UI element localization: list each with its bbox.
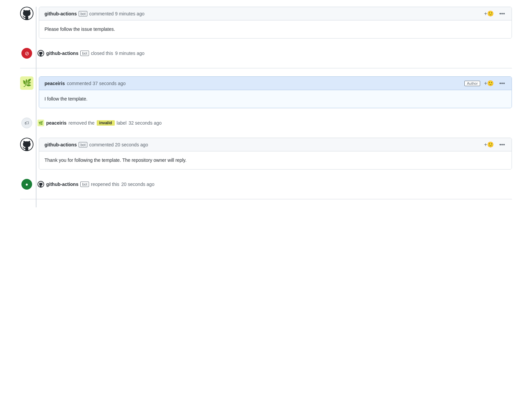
comment-username-1: github-actions — [45, 11, 77, 16]
event-label-removed: 🏷 🌿 peaceiris removed the invalid label … — [20, 116, 512, 130]
more-button-2[interactable]: ••• — [498, 80, 506, 87]
comment-username-3: github-actions — [45, 142, 77, 147]
label-invalid-badge: invalid — [97, 120, 115, 126]
event-text-pre-label: removed the — [69, 120, 95, 126]
comment-header-right-1: + 🙂 ••• — [483, 10, 506, 17]
author-badge: Author — [464, 81, 480, 86]
comment-header-2: peaceiris commented 37 seconds ago Autho… — [39, 77, 512, 90]
event-text-closed: github-actions bot closed this 9 minutes… — [37, 50, 145, 57]
plus-icon-2: + — [484, 80, 487, 86]
comment-body-1: Please follow the issue templates. — [39, 20, 512, 38]
divider-bottom — [20, 199, 512, 199]
event-time-closed: 9 minutes ago — [115, 51, 145, 56]
comment-box-2: peaceiris commented 37 seconds ago Autho… — [39, 76, 512, 108]
comment-block-1: github-actions bot commented 9 minutes a… — [20, 7, 512, 39]
closed-icon: ⊘ — [21, 48, 32, 59]
comment-block-2: 🌿 peaceiris commented 37 seconds ago Aut… — [20, 76, 512, 108]
event-icon-wrap-closed: ⊘ — [20, 47, 33, 60]
event-action-closed: closed this — [91, 51, 113, 56]
event-text-label: 🌿 peaceiris removed the invalid label 32… — [37, 120, 162, 126]
event-bot-badge-closed: bot — [80, 51, 89, 56]
event-time-label: 32 seconds ago — [128, 120, 162, 126]
comment-header-left-1: github-actions bot commented 9 minutes a… — [45, 11, 145, 16]
more-button-3[interactable]: ••• — [498, 141, 506, 148]
comment-body-2: I follow the template. — [39, 90, 512, 108]
event-avatar-peaceiris: 🌿 — [37, 120, 44, 126]
event-bot-badge-reopened: bot — [80, 182, 89, 187]
avatar-peaceiris: 🌿 — [20, 76, 33, 90]
comment-box-3: github-actions bot commented 20 seconds … — [39, 138, 512, 170]
comment-text-1: Please follow the issue templates. — [45, 26, 115, 32]
avatar-github-actions-2 — [20, 138, 33, 151]
comment-time-3: commented 20 seconds ago — [89, 142, 148, 147]
event-avatar-github-1 — [37, 50, 44, 57]
timeline: github-actions bot commented 9 minutes a… — [20, 7, 512, 207]
avatar-github-actions-1 — [20, 7, 33, 20]
emoji-button-1[interactable]: + 🙂 — [483, 10, 495, 17]
bot-badge-1: bot — [79, 11, 87, 16]
comment-header-left-2: peaceiris commented 37 seconds ago — [45, 81, 126, 86]
comment-header-3: github-actions bot commented 20 seconds … — [39, 138, 512, 151]
event-icon-wrap-label: 🏷 — [20, 116, 33, 130]
emoji-button-2[interactable]: + 🙂 — [483, 79, 495, 87]
emoji-icon-3: 🙂 — [487, 141, 494, 148]
comment-time-1: commented 9 minutes ago — [89, 11, 145, 16]
comment-text-2: I follow the template. — [45, 96, 87, 102]
emoji-icon-1: 🙂 — [487, 10, 494, 17]
event-text-reopened: github-actions bot reopened this 20 seco… — [37, 181, 154, 188]
spacer-1 — [20, 135, 512, 138]
event-avatar-github-2 — [37, 181, 44, 188]
event-username-closed: github-actions — [46, 51, 78, 56]
comment-box-1: github-actions bot commented 9 minutes a… — [39, 7, 512, 39]
reopen-icon: ● — [21, 179, 32, 190]
comment-block-3: github-actions bot commented 20 seconds … — [20, 138, 512, 170]
event-text-post-label: label — [117, 120, 127, 126]
comment-header-left-3: github-actions bot commented 20 seconds … — [45, 142, 148, 147]
more-icon-1: ••• — [499, 11, 505, 17]
more-icon-2: ••• — [499, 80, 505, 86]
comment-header-right-3: + 🙂 ••• — [483, 141, 506, 148]
event-time-reopened: 20 seconds ago — [121, 182, 155, 187]
comment-body-3: Thank you for following the template. Th… — [39, 151, 512, 169]
event-icon-wrap-reopened: ● — [20, 178, 33, 191]
divider-1 — [20, 68, 512, 68]
comment-header-right-2: Author + 🙂 ••• — [464, 79, 506, 87]
plus-icon-3: + — [484, 142, 487, 148]
emoji-button-3[interactable]: + 🙂 — [483, 141, 495, 148]
event-action-reopened: reopened this — [91, 182, 119, 187]
more-button-1[interactable]: ••• — [498, 10, 506, 17]
event-closed: ⊘ github-actions bot closed this 9 minut… — [20, 47, 512, 60]
comment-username-2: peaceiris — [45, 81, 65, 86]
event-username-reopened: github-actions — [46, 182, 78, 187]
plus-icon-1: + — [484, 11, 487, 17]
event-reopened: ● github-actions bot reopened this 20 se… — [20, 178, 512, 191]
bot-badge-3: bot — [79, 142, 87, 147]
tag-icon: 🏷 — [21, 118, 32, 128]
comment-text-3: Thank you for following the template. Th… — [45, 157, 186, 163]
event-username-label: peaceiris — [46, 120, 67, 126]
comment-time-2: commented 37 seconds ago — [67, 81, 126, 86]
emoji-icon-2: 🙂 — [487, 80, 494, 86]
more-icon-3: ••• — [499, 142, 505, 148]
comment-header-1: github-actions bot commented 9 minutes a… — [39, 7, 512, 20]
